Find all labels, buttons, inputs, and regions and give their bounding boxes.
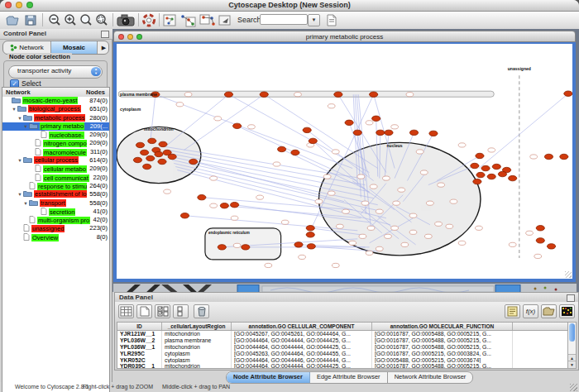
- table-row[interactable]: YLR295Ccytoplasm[GO:0045263, GO:0044464,…: [117, 351, 567, 357]
- table-row[interactable]: YDR039C__1mitochondrion[GO:0044464, GO:0…: [117, 363, 567, 369]
- heatmap-icon[interactable]: [559, 304, 575, 318]
- import-attributes-icon[interactable]: [324, 13, 339, 27]
- node[interactable]: [315, 199, 323, 203]
- notes-icon[interactable]: [505, 304, 520, 318]
- scrollbar-thumb[interactable]: [569, 323, 575, 342]
- node[interactable]: [361, 201, 369, 205]
- layout-2-icon[interactable]: [199, 13, 217, 27]
- node[interactable]: [526, 231, 534, 235]
- node[interactable]: [492, 164, 500, 169]
- node[interactable]: [198, 194, 206, 199]
- layout-1-icon[interactable]: [179, 13, 197, 27]
- node[interactable]: [224, 92, 232, 97]
- function-builder-icon[interactable]: f(x): [523, 304, 538, 318]
- node[interactable]: [180, 213, 189, 218]
- search-input[interactable]: [260, 14, 308, 25]
- node[interactable]: [210, 203, 218, 208]
- tree-row[interactable]: ▼transport558(0): [2, 199, 109, 208]
- expand-triangle-icon[interactable]: ▼: [17, 156, 23, 165]
- tree-row[interactable]: response to stimulu264(0): [2, 182, 109, 190]
- node[interactable]: [438, 183, 445, 187]
- node[interactable]: [376, 246, 383, 251]
- node[interactable]: [141, 150, 149, 155]
- tree-row[interactable]: mosaic-demo-yeast874(0): [2, 97, 109, 105]
- expand-triangle-icon[interactable]: ▼: [17, 114, 23, 122]
- node[interactable]: [564, 91, 572, 96]
- node[interactable]: [370, 92, 378, 97]
- zoom-out-icon[interactable]: [47, 13, 62, 27]
- node[interactable]: [409, 230, 417, 234]
- import-attributes-icon[interactable]: [541, 304, 557, 318]
- table-row[interactable]: YPL036W__1mitochondrion[GO:0044464, GO:0…: [117, 344, 567, 351]
- node[interactable]: [220, 203, 228, 208]
- node[interactable]: [366, 121, 373, 125]
- node[interactable]: [435, 222, 443, 226]
- node[interactable]: [416, 150, 423, 154]
- node[interactable]: [370, 184, 377, 189]
- edge[interactable]: [184, 94, 264, 150]
- node[interactable]: [426, 201, 433, 205]
- node[interactable]: [260, 92, 268, 97]
- canvas-resize-grip[interactable]: [565, 271, 572, 278]
- expand-triangle-icon[interactable]: ▼: [11, 105, 17, 113]
- node[interactable]: [359, 234, 366, 238]
- tree-row[interactable]: ▼metabolic process280(0): [2, 114, 109, 122]
- node[interactable]: [164, 189, 171, 194]
- node[interactable]: [332, 150, 339, 154]
- new-attribute-icon[interactable]: [136, 304, 152, 318]
- node[interactable]: [233, 243, 241, 247]
- node[interactable]: [328, 104, 335, 108]
- node[interactable]: [328, 191, 335, 195]
- node[interactable]: [146, 155, 155, 160]
- search-dropdown-icon[interactable]: ▼: [308, 14, 320, 26]
- tree-column-nodes[interactable]: Nodes: [86, 88, 105, 96]
- tree-column-network[interactable]: Network: [6, 88, 31, 96]
- tab-mosaic[interactable]: Mosaic: [51, 41, 98, 54]
- node[interactable]: [424, 234, 432, 238]
- node[interactable]: [409, 213, 417, 218]
- node[interactable]: [383, 176, 390, 180]
- node[interactable]: [306, 226, 314, 231]
- node[interactable]: [159, 141, 167, 146]
- tree-row[interactable]: ▼primary metabo209(...: [2, 122, 109, 131]
- node[interactable]: [233, 123, 242, 128]
- network-overview-icon[interactable]: [162, 13, 177, 27]
- node[interactable]: [136, 142, 144, 147]
- column-header[interactable]: annotation.GO MOLECULAR_FUNCTION: [372, 323, 513, 330]
- column-header[interactable]: annotation.GO CELLULAR_COMPONENT: [232, 323, 372, 330]
- node[interactable]: [366, 251, 373, 255]
- attribute-grid-icon[interactable]: [118, 304, 134, 318]
- node[interactable]: [265, 263, 272, 267]
- tree-row[interactable]: multi-organism pro42(0): [2, 216, 109, 224]
- node[interactable]: [530, 155, 538, 159]
- node[interactable]: [230, 202, 238, 207]
- node[interactable]: [334, 92, 342, 97]
- table-row[interactable]: YPL036W__2plasma membrane[GO:0044464, GO…: [117, 337, 567, 344]
- node[interactable]: [544, 154, 553, 159]
- node[interactable]: [218, 245, 226, 250]
- node[interactable]: [176, 103, 184, 107]
- node[interactable]: [372, 116, 380, 121]
- node[interactable]: [487, 174, 495, 179]
- node[interactable]: [385, 234, 392, 238]
- node[interactable]: [273, 162, 280, 166]
- tree-row[interactable]: macromolecule311(0): [2, 148, 109, 156]
- table-scrollbar[interactable]: ▲ ▼: [567, 322, 577, 369]
- node[interactable]: [337, 224, 344, 228]
- node[interactable]: [376, 130, 385, 135]
- node[interactable]: [323, 174, 331, 179]
- node[interactable]: [446, 224, 453, 228]
- node[interactable]: [143, 164, 151, 169]
- delete-attribute-icon[interactable]: [194, 304, 209, 318]
- node[interactable]: [242, 245, 250, 250]
- node[interactable]: [148, 138, 156, 143]
- tree-row[interactable]: ▼biological_process651(0): [2, 105, 109, 113]
- select-attributes-icon[interactable]: [155, 304, 170, 318]
- zoom-fit-icon[interactable]: [79, 13, 93, 27]
- node[interactable]: [307, 244, 315, 249]
- node[interactable]: [294, 93, 302, 97]
- node[interactable]: [385, 130, 393, 135]
- node[interactable]: [189, 159, 198, 164]
- tab-network[interactable]: Network: [3, 41, 51, 54]
- edge[interactable]: [479, 93, 568, 168]
